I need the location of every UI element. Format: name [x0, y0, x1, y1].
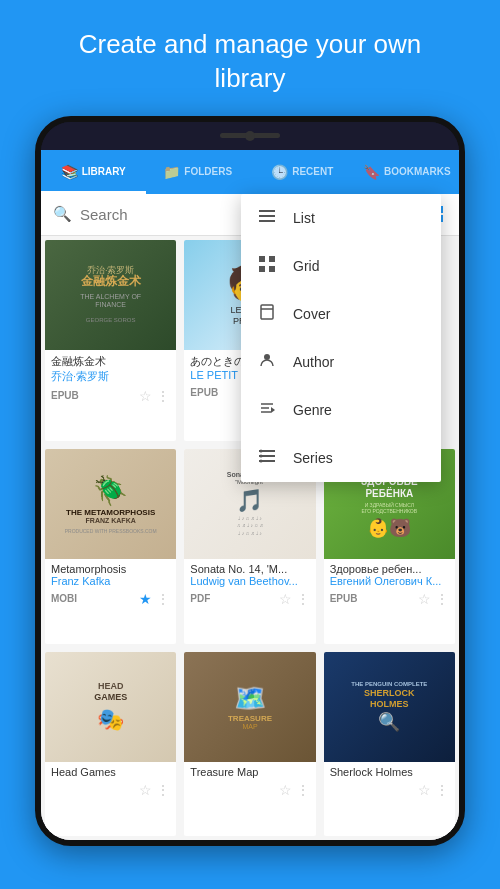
book-cover-alchemy: 乔治·索罗斯 金融炼金术 THE ALCHEMY OF FINANCE GEOR… [45, 240, 176, 350]
dropdown-item-genre[interactable]: Genre [241, 386, 441, 434]
book-card[interactable]: 🗺️ TREASURE MAP Treasure Map ☆ ⋮ [184, 652, 315, 835]
book-author: Franz Kafka [51, 575, 170, 587]
book-format: MOBI [51, 593, 77, 604]
book-title: Здоровье ребен... [330, 563, 449, 575]
star-button[interactable]: ☆ [139, 782, 152, 798]
book-format: EPUB [330, 593, 358, 604]
book-author: 乔治·索罗斯 [51, 369, 170, 384]
dropdown-series-label: Series [293, 450, 333, 466]
svg-rect-4 [259, 210, 275, 212]
star-button[interactable]: ☆ [279, 591, 292, 607]
svg-rect-8 [269, 256, 275, 262]
book-actions: ☆ ⋮ [279, 782, 310, 798]
bookmarks-icon: 🔖 [363, 164, 380, 180]
series-icon [257, 448, 277, 468]
tab-bookmarks[interactable]: 🔖 BOOKMARKS [355, 150, 460, 194]
search-placeholder: Search [80, 206, 261, 223]
book-author: Евгений Олегович К... [330, 575, 449, 587]
book-cover-sherlock: THE PENGUIN COMPLETE SHERLOCK HOLMES 🔍 [324, 652, 455, 762]
book-info: Sonata No. 14, 'M... Ludwig van Beethov.… [184, 559, 315, 589]
book-card[interactable]: HEAD GAMES 🎭 Head Games ☆ ⋮ [45, 652, 176, 835]
book-card[interactable]: 🪲 THE METAMORPHOSIS FRANZ KAFKA PRODUCED… [45, 449, 176, 644]
book-actions: ☆ ⋮ [418, 782, 449, 798]
author-icon [257, 352, 277, 372]
more-button[interactable]: ⋮ [296, 591, 310, 607]
book-info: Head Games [45, 762, 176, 780]
book-actions: ☆ ⋮ [139, 782, 170, 798]
svg-rect-10 [269, 266, 275, 272]
book-card[interactable]: THE PENGUIN COMPLETE SHERLOCK HOLMES 🔍 S… [324, 652, 455, 835]
dropdown-genre-label: Genre [293, 402, 332, 418]
book-meta: MOBI ★ ⋮ [45, 589, 176, 611]
book-title: 金融炼金术 [51, 354, 170, 369]
star-button[interactable]: ★ [139, 591, 152, 607]
star-button[interactable]: ☆ [279, 782, 292, 798]
tab-recent[interactable]: 🕒 RECENT [250, 150, 355, 194]
svg-point-13 [264, 354, 270, 360]
phone-frame: 📚 LIBRARY 📁 FOLDERS 🕒 RECENT 🔖 BOOKMARKS… [35, 116, 465, 846]
book-meta: EPUB ☆ ⋮ [324, 589, 455, 611]
svg-point-20 [260, 459, 263, 462]
more-button[interactable]: ⋮ [156, 591, 170, 607]
svg-marker-14 [271, 407, 275, 413]
book-format: PDF [190, 593, 210, 604]
book-actions: ☆ ⋮ [279, 591, 310, 607]
star-button[interactable]: ☆ [139, 388, 152, 404]
dropdown-item-author[interactable]: Author [241, 338, 441, 386]
svg-rect-11 [261, 305, 273, 319]
book-meta: ☆ ⋮ [324, 780, 455, 802]
svg-rect-6 [259, 220, 275, 222]
cover-icon [257, 304, 277, 324]
book-author: Ludwig van Beethov... [190, 575, 309, 587]
tab-folders-label: FOLDERS [184, 166, 232, 177]
book-cover-treasure: 🗺️ TREASURE MAP [184, 652, 315, 762]
sort-dropdown: List Grid Cover [241, 194, 441, 482]
dropdown-item-list[interactable]: List [241, 194, 441, 242]
more-button[interactable]: ⋮ [156, 782, 170, 798]
more-button[interactable]: ⋮ [156, 388, 170, 404]
book-actions: ☆ ⋮ [418, 591, 449, 607]
dropdown-item-cover[interactable]: Cover [241, 290, 441, 338]
book-format: EPUB [190, 387, 218, 398]
book-info: Sherlock Holmes [324, 762, 455, 780]
svg-point-18 [260, 449, 263, 452]
book-actions: ★ ⋮ [139, 591, 170, 607]
book-title: Sonata No. 14, 'M... [190, 563, 309, 575]
svg-rect-5 [259, 215, 275, 217]
svg-rect-7 [259, 256, 265, 262]
dropdown-author-label: Author [293, 354, 334, 370]
book-info: Здоровье ребен... Евгений Олегович К... [324, 559, 455, 589]
book-cover-metamorphosis: 🪲 THE METAMORPHOSIS FRANZ KAFKA PRODUCED… [45, 449, 176, 559]
app-content: 📚 LIBRARY 📁 FOLDERS 🕒 RECENT 🔖 BOOKMARKS… [41, 150, 459, 840]
book-title: Treasure Map [190, 766, 309, 778]
star-button[interactable]: ☆ [418, 782, 431, 798]
book-card[interactable]: 乔治·索罗斯 金融炼金术 THE ALCHEMY OF FINANCE GEOR… [45, 240, 176, 441]
list-icon [257, 208, 277, 228]
dropdown-item-series[interactable]: Series [241, 434, 441, 482]
book-meta: ☆ ⋮ [45, 780, 176, 802]
grid-view-icon [257, 256, 277, 276]
book-format: EPUB [51, 390, 79, 401]
tab-bar: 📚 LIBRARY 📁 FOLDERS 🕒 RECENT 🔖 BOOKMARKS [41, 150, 459, 194]
book-meta: PDF ☆ ⋮ [184, 589, 315, 611]
svg-point-19 [260, 454, 263, 457]
more-button[interactable]: ⋮ [435, 782, 449, 798]
star-button[interactable]: ☆ [418, 591, 431, 607]
book-title: Sherlock Holmes [330, 766, 449, 778]
book-meta: EPUB ☆ ⋮ [45, 386, 176, 408]
book-title: Head Games [51, 766, 170, 778]
tab-bookmarks-label: BOOKMARKS [384, 166, 451, 177]
more-button[interactable]: ⋮ [435, 591, 449, 607]
dropdown-list-label: List [293, 210, 315, 226]
header-title: Create and manage your own library [0, 0, 500, 116]
book-info: Treasure Map [184, 762, 315, 780]
dropdown-item-grid[interactable]: Grid [241, 242, 441, 290]
book-info: Metamorphosis Franz Kafka [45, 559, 176, 589]
tab-folders[interactable]: 📁 FOLDERS [146, 150, 251, 194]
folders-icon: 📁 [163, 164, 180, 180]
tab-library[interactable]: 📚 LIBRARY [41, 150, 146, 194]
more-button[interactable]: ⋮ [296, 782, 310, 798]
recent-icon: 🕒 [271, 164, 288, 180]
tab-library-label: LIBRARY [82, 166, 126, 177]
search-icon: 🔍 [53, 205, 72, 223]
